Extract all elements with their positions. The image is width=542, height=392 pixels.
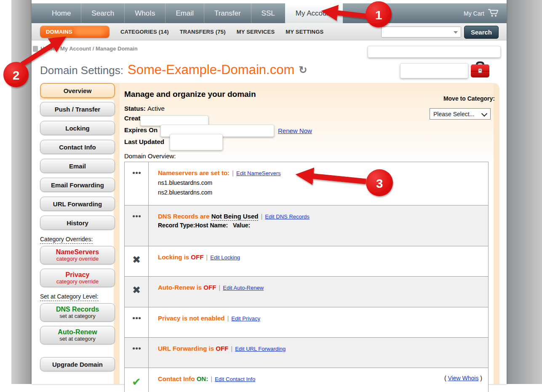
row-content-cell: Auto-Renew is OFF|Edit Auto-Renew [149,277,488,307]
subnav-item-transfers-75[interactable]: TRANSFERS (75) [180,29,226,35]
edit-link-edit-privacy[interactable]: Edit Privacy [231,315,260,322]
topnav-tab-my-account[interactable]: My Account [285,3,343,23]
sidebar-item-email-forwarding[interactable]: Email Forwarding [40,178,115,192]
row-title-part: OFF [216,345,228,352]
row-title-part: OFF [191,253,203,261]
dot [139,172,141,174]
row-content-cell: Contact Info ON:|Edit Contact Info( View… [149,368,488,392]
row-title: Contact Info ON:|Edit Contact Info [158,375,481,382]
row-status-cell: ✔ [125,368,149,392]
combobox-dropdown-icon[interactable] [454,31,458,34]
edit-link-edit-dns-records[interactable]: Edit DNS Records [265,213,309,220]
row-title-part: Nameservers are set to: [158,169,230,176]
row-content-cell: DNS Records are Not Being Used|Edit DNS … [149,205,488,246]
page: HomeSearchWhoIsEmailTransferSSLMy Accoun… [32,0,507,384]
subnav-item-domains[interactable]: DOMAINS [40,26,109,38]
row-title: Auto-Renew is OFF|Edit Auto-Renew [158,284,481,291]
row-title-part: Locking is [158,253,191,261]
sidebar-section-label: Category Overrides: [40,236,93,244]
row-detail-line: ns2.bluestardns.com [158,189,481,196]
sidebar-item-title: NameServers [56,249,99,256]
pending-dots-icon [133,316,141,320]
row-status-cell [125,205,149,246]
row-status-cell: ✖ [125,246,149,276]
subnav-item-categories-14[interactable]: CATEGORIES (14) [120,29,169,35]
topnav-tab-ssl[interactable]: SSL [251,3,285,23]
subnav-item-my-services[interactable]: MY SERVICES [237,29,275,35]
table-row-edit-contact-info: ✔Contact Info ON:|Edit Contact Info( Vie… [125,368,488,392]
edit-link-edit-nameservers[interactable]: Edit NameServers [236,170,280,176]
sidebar-item-push-transfer[interactable]: Push / Transfer [40,102,115,116]
dot [136,215,138,217]
separator: | [211,375,212,382]
sidebar-section-set-at-category-level: Set at Category Level: [40,293,115,300]
breadcrumb: Home / My Account / Manage Domain [33,45,138,52]
edit-link-edit-locking[interactable]: Edit Locking [210,254,240,261]
sidebar-item-email[interactable]: Email [40,159,115,173]
edit-link-edit-contact-info[interactable]: Edit Contact Info [215,376,255,382]
sidebar-item-upgrade-domain[interactable]: Upgrade Domain [40,357,115,371]
subnav-items: DOMAINSCATEGORIES (14)TRANSFERS (75)MY S… [40,23,323,40]
separator: | [206,253,208,261]
sidebar-item-subtitle: category override [56,256,99,262]
view-whois-link[interactable]: View Whois [448,375,479,381]
sidebar-section-label: Set at Category Level: [40,293,99,301]
row-title: Locking is OFF|Edit Locking [158,253,481,261]
category-select-value: Please Select... [433,111,474,117]
breadcrumb-home-icon [33,46,38,52]
refresh-icon[interactable]: ↻ [299,64,307,76]
redacted-updated-date [170,134,223,150]
dot [136,347,138,349]
expires-label: Expires On [124,126,158,133]
topnav-tab-home[interactable]: Home [42,3,81,23]
sidebar-item-subtitle: set at category [59,336,95,342]
topnav-tabs: HomeSearchWhoIsEmailTransferSSLMy Accoun… [32,3,343,23]
toolbox-icon[interactable] [470,61,491,81]
domain-search-combobox[interactable] [381,27,461,37]
sidebar-item-history[interactable]: History [40,216,115,230]
sidebar-item-title: DNS Records [56,306,99,313]
topnav-tab-whois[interactable]: WhoIs [124,3,165,23]
subnav-item-my-settings[interactable]: MY SETTINGS [286,29,323,35]
topnav-tab-email[interactable]: Email [165,3,204,23]
separator: | [261,213,262,220]
domain-overview-label: Domain Overview: [124,152,176,160]
row-title: URL Forwarding is OFF|Edit URL Forwardin… [158,345,481,352]
category-select[interactable]: Please Select... [430,108,491,120]
status-value: Active [147,105,165,112]
row-title-part: Auto-Renew is [158,284,203,291]
row-title-part: Not Being Used [211,213,259,221]
updated-line: Last Updated [124,138,164,145]
sidebar-item-dns-records[interactable]: DNS Recordsset at category [40,303,115,322]
renew-now-link[interactable]: Renew Now [278,127,312,134]
domain-name: Some-Example-Domain.com [128,62,294,77]
domain-search-button[interactable]: Search [464,26,499,39]
row-content-cell: Locking is OFF|Edit Locking [149,246,488,276]
edit-link-edit-auto-renew[interactable]: Edit Auto-Renew [223,285,264,291]
my-cart-label: My Cart [464,10,484,17]
breadcrumb-path[interactable]: Home / My Account / Manage Domain [40,45,138,52]
dot [133,347,135,349]
sidebar-item-auto-renew[interactable]: Auto-Renewset at category [40,326,115,344]
topnav-tab-search[interactable]: Search [81,3,124,23]
table-row-edit-nameservers: Nameservers are set to:|Edit NameServers… [125,162,488,205]
sidebar-item-nameservers[interactable]: NameServerscategory override [40,246,115,264]
row-status-cell [125,338,149,368]
row-title-part: DNS Records are [158,213,211,220]
dot [133,317,135,319]
chevron-down-icon [481,111,487,117]
row-right-link: ( View Whois ) [444,375,482,381]
sidebar-item-privacy[interactable]: Privacycategory override [40,269,115,287]
updated-label: Last Updated [124,138,164,145]
dot [139,317,141,319]
topnav-tab-transfer[interactable]: Transfer [204,3,251,23]
row-status-cell [125,162,149,205]
sidebar-item-contact-info[interactable]: Contact Info [40,140,115,154]
sidebar-item-locking[interactable]: Locking [40,121,115,135]
sidebar-item-url-forwarding[interactable]: URL Forwarding [40,197,115,211]
sidebar-item-overview[interactable]: Overview [40,83,115,98]
section-heading: Manage and organize your domain [124,90,256,99]
row-status-cell [125,307,149,337]
edit-link-edit-url-forwarding[interactable]: Edit URL Forwarding [235,346,286,352]
my-cart[interactable]: My Cart [464,3,499,23]
